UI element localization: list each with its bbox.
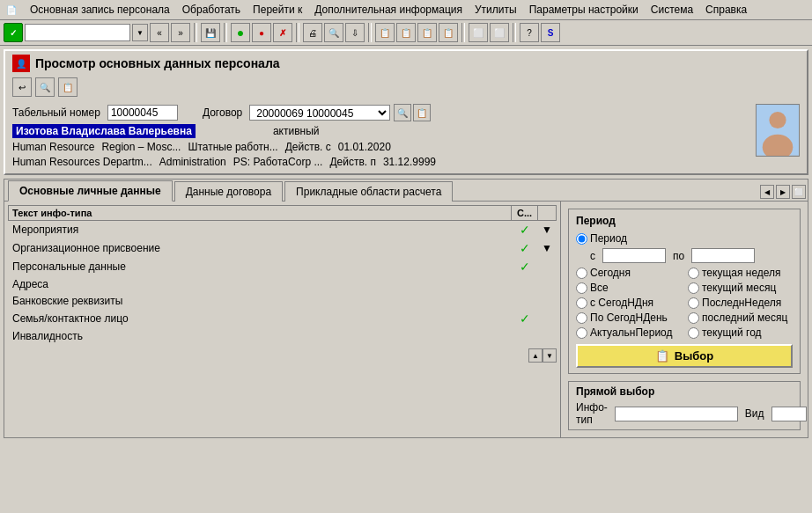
row-name: Персональные данные: [9, 258, 512, 276]
radio-lastweek[interactable]: [688, 297, 699, 309]
menu-goto[interactable]: Перейти к: [247, 2, 307, 18]
tab-contract[interactable]: Данные договора: [174, 181, 283, 202]
save-btn[interactable]: 💾: [201, 23, 220, 42]
table-row[interactable]: Адреса: [9, 276, 557, 293]
table-row[interactable]: Персональные данные ✓: [9, 258, 557, 276]
menu-additional[interactable]: Дополнительная информация: [309, 2, 468, 18]
radio-today[interactable]: [576, 267, 587, 279]
radio-lastmonth-label[interactable]: последний месяц: [688, 311, 793, 324]
radio-curryear-text: текущий год: [702, 326, 762, 339]
help-btn[interactable]: ?: [520, 23, 539, 42]
radio-fromday[interactable]: [576, 312, 587, 324]
toolbar: ✓ ▼ « » 💾 ● ● ✗ 🖨 🔍 ⇩ 📋 📋 📋 📋 ⬜ ⬜ ? S: [0, 20, 812, 46]
contract-btn2[interactable]: 📋: [413, 104, 431, 121]
page-toolbar-btn2[interactable]: 🔍: [35, 77, 55, 97]
tab-nav-expand[interactable]: ⬜: [792, 185, 806, 199]
checkmark-icon: ✓: [520, 311, 530, 326]
radio-currweek[interactable]: [688, 267, 699, 279]
contract-label: Договор: [203, 106, 242, 119]
date-from-input[interactable]: [602, 248, 666, 263]
radio-curryear[interactable]: [688, 327, 699, 339]
scroll-up-btn[interactable]: ▲: [528, 348, 543, 363]
employee-name: Изотова Владислава Валерьевна: [12, 124, 196, 138]
window2-btn[interactable]: ⬜: [490, 23, 509, 42]
radio-all-text: Все: [590, 282, 609, 294]
tab-number-input[interactable]: [107, 105, 178, 121]
menu-bar: 📄 Основная запись персонала Обработать П…: [0, 0, 812, 20]
window-btn[interactable]: ⬜: [469, 23, 488, 42]
tab-nav: ◀ ▶ ⬜: [758, 183, 808, 201]
table-row[interactable]: Инвалидность: [9, 328, 557, 345]
radio-today-text: Сегодня: [590, 267, 631, 279]
find-btn[interactable]: 🔍: [324, 23, 343, 42]
radio-lastmonth[interactable]: [688, 312, 699, 324]
radio-curryear-label[interactable]: текущий год: [688, 326, 793, 339]
table-row[interactable]: Организационное присвоение ✓ ▼: [9, 239, 557, 258]
app-icon: 📄: [4, 3, 19, 17]
sap-btn[interactable]: S: [541, 23, 560, 42]
find-next-btn[interactable]: ⇩: [345, 23, 365, 42]
page-toolbar-btn3[interactable]: 📋: [58, 77, 78, 97]
copy4-btn[interactable]: 📋: [439, 23, 458, 42]
menu-help[interactable]: Справка: [700, 2, 752, 18]
date-from-label: с: [590, 250, 595, 262]
table-row[interactable]: Банковские реквизиты: [9, 293, 557, 310]
radio-currmonth-label[interactable]: текущий месяц: [688, 282, 793, 294]
back-btn[interactable]: ●: [231, 23, 250, 42]
radio-period-label[interactable]: Период: [576, 232, 627, 245]
radio-today-label[interactable]: Сегодня: [576, 267, 681, 279]
radio-fromtoday-text: с СегодНДня: [590, 297, 653, 309]
radio-fromtoday-label[interactable]: с СегодНДня: [576, 297, 681, 309]
radio-all[interactable]: [576, 282, 587, 294]
radio-fromday-label[interactable]: По СегодНДень: [576, 311, 681, 324]
radio-period[interactable]: [576, 233, 587, 245]
org-line-2: Human Resources Departm... Administratio…: [12, 156, 752, 168]
refresh-btn[interactable]: ●: [252, 23, 271, 42]
scroll-down-btn[interactable]: ▼: [543, 348, 557, 363]
status-badge: активный: [273, 125, 320, 137]
contract-select[interactable]: 20000069 10000045: [249, 105, 390, 121]
select-button[interactable]: 📋 Выбор: [576, 344, 793, 368]
page-title: Просмотр основных данных персонала: [35, 56, 280, 70]
command-dropdown[interactable]: ▼: [132, 24, 148, 41]
tab-personal[interactable]: Основные личные данные: [8, 180, 173, 202]
row-arrow: [538, 276, 557, 293]
page-toolbar: ↩ 🔍 📋: [12, 77, 800, 97]
tab-payroll[interactable]: Прикладные области расчета: [284, 181, 453, 202]
tab-nav-left[interactable]: ◀: [760, 185, 774, 199]
menu-system[interactable]: Система: [646, 2, 698, 18]
menu-personnel[interactable]: Основная запись персонала: [25, 2, 175, 18]
effective2-label: Действ. п: [329, 156, 376, 168]
infotype-input[interactable]: [615, 407, 738, 421]
table-row[interactable]: Семья/контактное лицо ✓: [9, 310, 557, 328]
table-row[interactable]: Мероприятия ✓ ▼: [9, 221, 557, 239]
tab-nav-right[interactable]: ▶: [776, 185, 790, 199]
tab-section: Основные личные данные Данные договора П…: [4, 179, 808, 438]
ok-button[interactable]: ✓: [4, 23, 23, 42]
page-toolbar-btn1[interactable]: ↩: [12, 77, 32, 97]
copy2-btn[interactable]: 📋: [396, 23, 416, 42]
radio-actual[interactable]: [576, 327, 587, 339]
copy-btn[interactable]: 📋: [375, 23, 395, 42]
radio-all-label[interactable]: Все: [576, 282, 681, 294]
date-to-input[interactable]: [691, 248, 755, 263]
radio-currmonth[interactable]: [688, 282, 699, 294]
radio-lastweek-label[interactable]: ПоследнНеделя: [688, 297, 793, 309]
menu-edit[interactable]: Обработать: [177, 2, 246, 18]
vid-input[interactable]: [771, 407, 807, 421]
sep3: [296, 23, 299, 42]
copy3-btn[interactable]: 📋: [417, 23, 437, 42]
command-input[interactable]: [25, 24, 130, 41]
radio-actual-label[interactable]: АктуальнПериод: [576, 326, 681, 339]
menu-utilities[interactable]: Утилиты: [469, 2, 522, 18]
radio-currweek-label[interactable]: текущая неделя: [688, 267, 793, 279]
menu-settings[interactable]: Параметры настройки: [524, 2, 644, 18]
stop-btn[interactable]: ✗: [273, 23, 292, 42]
nav-prev[interactable]: «: [150, 23, 169, 42]
radio-fromtoday[interactable]: [576, 297, 587, 309]
contract-btn1[interactable]: 🔍: [394, 104, 411, 121]
row-check: [512, 328, 538, 345]
nav-next[interactable]: »: [171, 23, 190, 42]
tabs-row: Основные личные данные Данные договора П…: [4, 180, 808, 202]
print-btn[interactable]: 🖨: [303, 23, 322, 42]
